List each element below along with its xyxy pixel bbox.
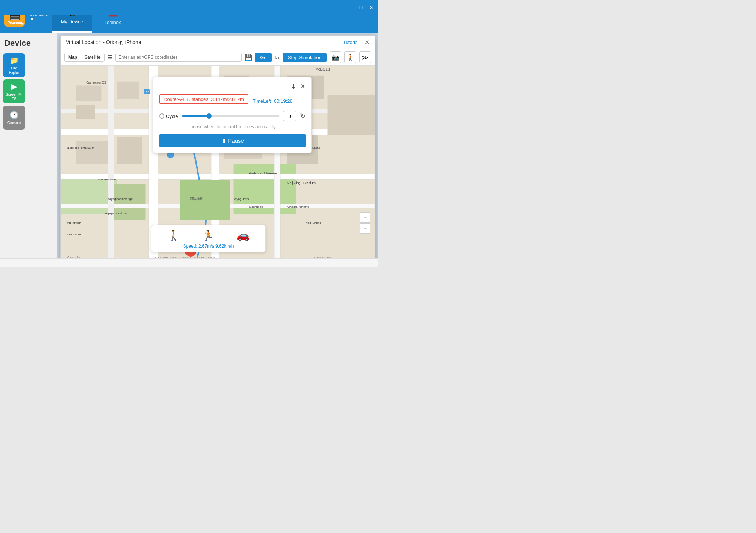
dialog-title: Virtual Location - Orion的 iPhone (66, 39, 141, 46)
svg-text:ture Center: ture Center (67, 233, 82, 236)
tutorial-link[interactable]: Tutorial (343, 40, 359, 45)
map-toolbar: Map Satellite ☰ 💾 Go Us Stop Simulation … (61, 49, 375, 66)
svg-text:Yoyogi-Hachiman: Yoyogi-Hachiman (105, 211, 127, 215)
sidebar-item-file-explorer[interactable]: 📁 FileExplor (3, 53, 25, 77)
mouse-hint: mouse wheel to control the times accurat… (159, 124, 306, 129)
screen-mirror-label: Screen Mi ES (3, 92, 25, 101)
search-box (115, 53, 242, 62)
more-icon-button[interactable]: ≫ (359, 51, 371, 63)
svg-rect-19 (328, 95, 375, 135)
sidebar-item-console[interactable]: 🕐 Console (3, 106, 25, 130)
map-type-map[interactable]: Map (65, 53, 81, 61)
zoom-out-button[interactable]: − (360, 223, 370, 234)
svg-rect-43 (180, 180, 230, 220)
title-bar: — □ ✕ (0, 0, 378, 15)
svg-rect-21 (117, 137, 142, 164)
zoom-controls: + − (360, 212, 370, 234)
svg-text:Nishi-Shinjukugocho: Nishi-Shinjukugocho (67, 146, 94, 149)
svg-text:Yoyogi Park: Yoyogi Park (234, 197, 249, 201)
minimize-button[interactable]: — (347, 4, 354, 11)
file-explorer-label: FileExplor (9, 66, 19, 75)
download-icon[interactable]: ⬇ (291, 82, 296, 91)
speed-icons: 🚶 🏃 🚗 (157, 229, 260, 241)
walk-speed-icon[interactable]: 🚶 (167, 229, 180, 241)
dialog-actions: Tutorial ✕ (343, 39, 370, 46)
svg-text:Nogi Shrine: Nogi Shrine (306, 221, 321, 224)
toolbox-label: Toolbox (105, 20, 121, 25)
map-type-buttons: Map Satellite (64, 53, 105, 62)
svg-text:302: 302 (146, 90, 151, 93)
screen-mirror-icon: ▶ (11, 82, 17, 91)
drive-speed-icon[interactable]: 🚗 (236, 229, 249, 241)
route-label: Route/A-B Distances: (164, 96, 210, 102)
svg-text:Gaemmae: Gaemmae (249, 205, 263, 208)
stop-simulation-button[interactable]: Stop Simulation (283, 53, 327, 62)
main-content: Virtual Location - Orion的 iPhone Tutoria… (57, 33, 378, 266)
maximize-button[interactable]: □ (357, 4, 365, 11)
svg-text:Meiji Jingu Stadium: Meiji Jingu Stadium (287, 181, 316, 185)
go-button[interactable]: Go (255, 53, 272, 62)
info-panel-header: ⬇ ✕ (159, 82, 306, 91)
walk-icon-button[interactable]: 🚶 (344, 51, 356, 63)
premium-badge: Premium (6, 20, 24, 25)
speed-text: Speed: 2.67m/s 9.62km/h (157, 244, 260, 249)
cycle-label: Cycle (159, 113, 178, 119)
camera-icon-button[interactable]: 📷 (330, 51, 341, 63)
pause-button[interactable]: ⏸ Pause (159, 134, 306, 147)
title-bar-controls: — □ ✕ (347, 4, 375, 11)
cycle-slider-thumb (207, 113, 212, 119)
route-info-row: Route/A-B Distances: 3.14km/2.81km TimeL… (159, 94, 306, 108)
map-version: Ver.3.1.1 (316, 67, 330, 71)
svg-rect-13 (76, 85, 102, 101)
my-device-label: My Device (61, 19, 84, 24)
close-app-button[interactable]: ✕ (368, 4, 375, 11)
svg-text:明治神宮: 明治神宮 (190, 197, 203, 201)
file-explorer-icon: 📁 (10, 56, 19, 65)
speed-label: Speed: (183, 244, 197, 249)
svg-text:mii Turkish: mii Turkish (67, 221, 81, 224)
sidebar-title: Device (0, 33, 57, 51)
time-left: TimeLeft: 00:19:28 (253, 98, 293, 104)
map-type-satellite[interactable]: Satellite (81, 53, 104, 61)
console-icon: 🕐 (10, 111, 19, 119)
console-label: Console (7, 121, 21, 125)
dialog-titlebar: Virtual Location - Orion的 iPhone Tutoria… (61, 36, 375, 49)
speed-panel: 🚶 🏃 🚗 Speed: 2.67m/s 9.62km/h (151, 225, 266, 252)
route-distance: Route/A-B Distances: 3.14km/2.81km (159, 94, 248, 104)
sidebar: Device 📁 FileExplor ▶ Screen Mi ES 🕐 Con… (0, 33, 57, 266)
list-view-icon[interactable]: ☰ (108, 54, 112, 60)
cycle-row: Cycle 0 ↻ (159, 111, 306, 121)
info-panel-close-icon[interactable]: ✕ (300, 82, 306, 91)
map-area[interactable]: Kashiwaqi ES Tokyo Metropolitan Governme… (61, 66, 375, 263)
cycle-text: Cycle (166, 113, 178, 119)
svg-text:Watarium Museum: Watarium Museum (249, 172, 277, 175)
svg-rect-20 (76, 141, 108, 164)
search-input[interactable] (119, 55, 238, 60)
virtual-location-dialog: Virtual Location - Orion的 iPhone Tutoria… (60, 35, 375, 264)
status-bar (0, 258, 378, 266)
run-speed-icon[interactable]: 🏃 (202, 229, 215, 241)
time-left-label: TimeLeft: (253, 98, 273, 104)
svg-rect-12 (108, 66, 114, 263)
speed-value: 2.67m/s 9.62km/h (198, 244, 234, 249)
svg-text:Kashiwaqi ES: Kashiwaqi ES (86, 81, 106, 84)
zoom-in-button[interactable]: + (360, 212, 370, 223)
svg-rect-14 (76, 105, 95, 119)
svg-text:Aoyama-Itchome: Aoyama-Itchome (287, 205, 309, 208)
use-label[interactable]: Us (275, 55, 279, 60)
sidebar-item-screen-mirroring[interactable]: ▶ Screen Mi ES (3, 79, 25, 103)
svg-text:Yoyogihachimangu: Yoyogihachimangu (108, 197, 133, 201)
route-value: 3.14km/2.81km (211, 96, 244, 102)
cycle-radio[interactable] (159, 113, 164, 119)
dialog-close-button[interactable]: ✕ (365, 39, 370, 46)
time-left-value: 00:19:28 (274, 98, 293, 104)
cycle-count: 0 (283, 111, 296, 121)
svg-text:4: 4 (166, 155, 168, 158)
svg-text:Nakanosakue: Nakanosakue (98, 178, 116, 181)
info-panel: ⬇ ✕ Route/A-B Distances: 3.14km/2.81km T… (153, 77, 312, 153)
cycle-repeat-button[interactable]: ↻ (300, 112, 306, 120)
cycle-slider[interactable] (182, 115, 279, 117)
save-button[interactable]: 💾 (245, 54, 252, 61)
svg-rect-15 (117, 82, 139, 99)
